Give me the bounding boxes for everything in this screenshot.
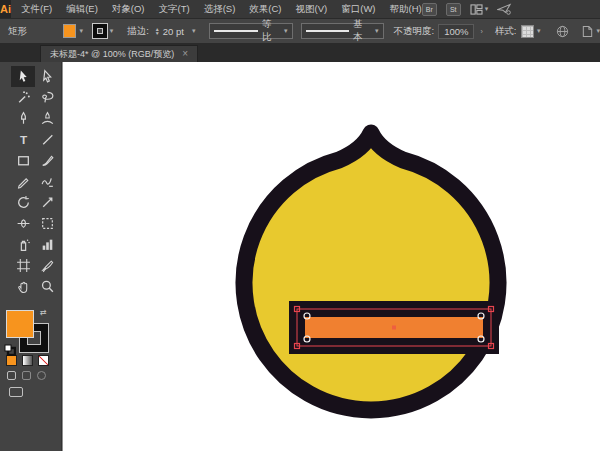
bridge-badge[interactable]: Br [422, 3, 437, 16]
fill-proxy-swatch[interactable] [6, 310, 34, 338]
document-tab-bar: 未标题-4* @ 100% (RGB/预览) × [0, 44, 600, 62]
stroke-color-swatch[interactable] [93, 24, 107, 38]
document-tab-title: 未标题-4* @ 100% (RGB/预览) [50, 48, 174, 61]
brush-value: 基本 [353, 18, 371, 44]
draw-inside-icon[interactable] [37, 371, 46, 380]
style-label: 样式: [495, 25, 517, 38]
menu-file[interactable]: 文件(F) [21, 3, 52, 16]
profile-value: 等比 [262, 18, 280, 44]
default-fill-stroke-icon[interactable] [4, 342, 16, 360]
menu-help[interactable]: 帮助(H) [390, 3, 422, 16]
style-chevron-icon[interactable]: ▾ [537, 27, 541, 35]
screen-mode-button[interactable] [9, 387, 23, 397]
stroke-weight-value[interactable]: 20 pt [163, 26, 184, 37]
control-options-bar: 矩形 ▾ ▾ 描边: ▲▼ 20 pt ▾ 等比 ▾ 基本 ▾ 不透明度: 10… [0, 18, 600, 44]
brush-line-preview [306, 30, 350, 32]
symbol-sprayer-tool[interactable] [11, 234, 35, 255]
draw-normal-icon[interactable] [7, 371, 16, 380]
selection-tool[interactable] [11, 66, 35, 87]
opacity-expand-icon[interactable]: › [480, 28, 482, 35]
artboard-tool[interactable] [11, 255, 35, 276]
width-tool[interactable] [11, 213, 35, 234]
stroke-swatch-chevron-icon[interactable]: ▾ [110, 27, 114, 35]
brush-definition-dropdown[interactable]: 基本 ▾ [301, 23, 384, 39]
zoom-tool[interactable] [35, 276, 59, 297]
shaper-tool[interactable] [35, 171, 59, 192]
document-tab[interactable]: 未标题-4* @ 100% (RGB/预览) × [40, 45, 198, 62]
app-logo: Ai [0, 0, 11, 18]
menu-object[interactable]: 对象(O) [112, 3, 145, 16]
globe-icon[interactable] [556, 25, 569, 38]
opacity-value[interactable]: 100% [438, 24, 474, 39]
pen-tool[interactable] [11, 108, 35, 129]
width-profile-dropdown[interactable]: 等比 ▾ [209, 23, 292, 39]
current-tool-label: 矩形 [8, 25, 27, 38]
tab-close-icon[interactable]: × [182, 49, 188, 59]
stroke-weight-chevron-icon[interactable]: ▾ [192, 27, 196, 35]
svg-text:T: T [19, 133, 27, 146]
center-point-marker[interactable] [392, 326, 396, 330]
menu-effect[interactable]: 效果(C) [249, 3, 281, 16]
fill-swatch-chevron-icon[interactable]: ▾ [79, 27, 83, 35]
slice-tool[interactable] [35, 255, 59, 276]
stroke-weight-label: 描边: [127, 25, 149, 38]
fill-color-swatch[interactable] [63, 24, 76, 38]
artboard-canvas[interactable] [62, 62, 600, 451]
draw-behind-icon[interactable] [22, 371, 31, 380]
menu-bar: Ai 文件(F) 编辑(E) 对象(O) 文字(T) 选择(S) 效果(C) 视… [0, 0, 600, 18]
rotate-tool[interactable] [11, 192, 35, 213]
menu-type[interactable]: 文字(T) [159, 3, 190, 16]
style-swatch[interactable] [521, 25, 534, 38]
magic-wand-tool[interactable] [11, 87, 35, 108]
swap-fill-stroke-icon[interactable]: ⇄ [40, 308, 47, 317]
menu-select[interactable]: 选择(S) [204, 3, 236, 16]
menu-window[interactable]: 窗口(W) [341, 3, 375, 16]
yellow-blob-shape[interactable] [244, 133, 498, 410]
column-graph-tool[interactable] [35, 234, 59, 255]
opacity-label: 不透明度: [394, 25, 435, 38]
tool-panel: T ⇄ [0, 62, 62, 451]
lasso-tool[interactable] [35, 87, 59, 108]
free-transform-tool[interactable] [35, 213, 59, 234]
hand-tool[interactable] [11, 276, 35, 297]
profile-line-preview [214, 30, 258, 32]
menu-edit[interactable]: 编辑(E) [66, 3, 98, 16]
paintbrush-tool[interactable] [35, 150, 59, 171]
line-segment-tool[interactable] [35, 129, 59, 150]
stock-badge[interactable]: St [446, 3, 461, 16]
pencil-tool[interactable] [11, 171, 35, 192]
menu-view[interactable]: 视图(V) [296, 3, 328, 16]
rectangle-tool[interactable] [11, 150, 35, 171]
artwork-layer [63, 62, 600, 451]
stroke-weight-stepper[interactable]: ▲▼ [155, 27, 160, 35]
gradient-mode-button[interactable] [22, 355, 33, 366]
type-tool[interactable]: T [11, 129, 35, 150]
document-setup-icon[interactable]: ▾ [581, 25, 600, 38]
none-mode-button[interactable] [38, 355, 49, 366]
scale-tool[interactable] [35, 192, 59, 213]
share-icon[interactable] [497, 3, 512, 15]
workspace-switcher-icon[interactable]: ▾ [470, 4, 489, 15]
curvature-tool[interactable] [35, 108, 59, 129]
main-menus: 文件(F) 编辑(E) 对象(O) 文字(T) 选择(S) 效果(C) 视图(V… [21, 3, 422, 16]
direct-selection-tool[interactable] [35, 66, 59, 87]
